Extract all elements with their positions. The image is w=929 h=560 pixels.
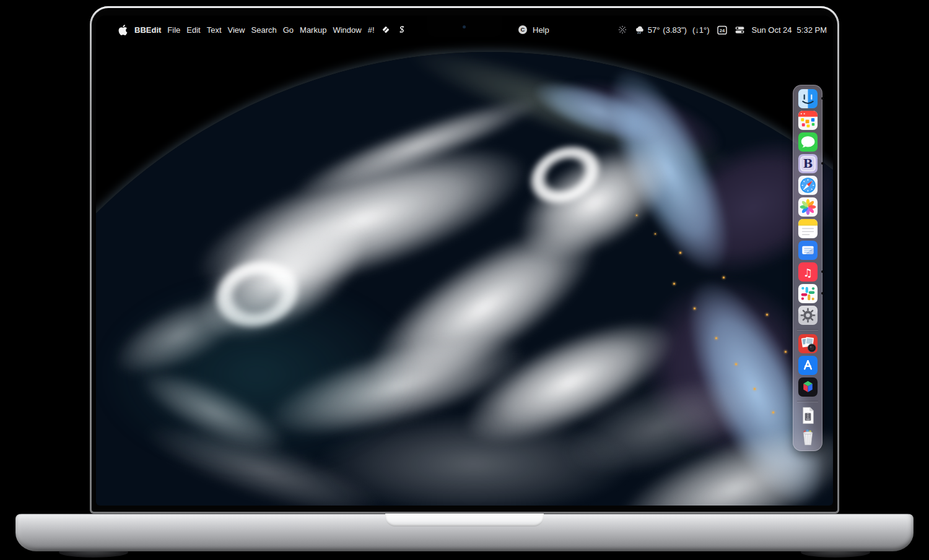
display: BBEdit File Edit Text View Search Go Mar…: [96, 15, 833, 506]
menu-help[interactable]: Help: [530, 23, 552, 37]
lid-thumb-scoop: [385, 514, 544, 527]
notes-icon: [798, 218, 818, 239]
control-center-icon: [735, 25, 745, 35]
dock-item-document[interactable]: [798, 405, 818, 426]
clock[interactable]: Sun Oct 24 5:32 PM: [752, 25, 827, 35]
dock-separator: [797, 329, 818, 330]
running-indicator: [821, 270, 824, 273]
dock-item-slack[interactable]: [798, 283, 818, 304]
running-indicator: [821, 292, 824, 295]
weather-temperature: 57°: [648, 25, 660, 35]
app-store-icon: [798, 355, 818, 376]
app-menu-bbedit[interactable]: BBEdit: [131, 23, 164, 37]
menu-circle-c[interactable]: C: [515, 23, 531, 37]
system-settings-icon: [798, 305, 818, 325]
clock-time: 5:32 PM: [797, 25, 827, 35]
bbedit-icon: B: [798, 153, 818, 174]
photos-icon: [798, 197, 818, 217]
weather-status[interactable]: 57° (3.83") (↓1°): [634, 25, 710, 35]
dock-item-safari[interactable]: [798, 175, 818, 196]
menu-bar: BBEdit File Edit Text View Search Go Mar…: [96, 20, 833, 39]
menu-text[interactable]: Text: [204, 23, 225, 37]
dock-item-photos[interactable]: [798, 197, 818, 217]
svg-text:C: C: [521, 26, 525, 33]
dock-item-bbedit[interactable]: B: [798, 153, 818, 174]
laptop-lid: BBEdit File Edit Text View Search Go Mar…: [90, 6, 839, 514]
safari-icon: [798, 175, 818, 196]
menu-scripts[interactable]: [394, 23, 409, 37]
menu-search[interactable]: Search: [248, 23, 280, 37]
menu-window[interactable]: Window: [329, 23, 364, 37]
dock-separator: [797, 401, 818, 402]
finder-icon: [798, 88, 818, 109]
dock-item-system-settings[interactable]: [798, 305, 818, 325]
menu-clippings[interactable]: [378, 23, 394, 37]
menu-markup[interactable]: Markup: [297, 23, 329, 37]
document-file-icon: [798, 405, 818, 426]
menu-go[interactable]: Go: [280, 23, 297, 37]
desktop-wallpaper: [96, 15, 833, 506]
dock-item-trash[interactable]: [798, 427, 818, 447]
menu-bar-status-area: 57° (3.83") (↓1°) 24: [617, 20, 827, 39]
dock: B: [793, 85, 822, 451]
apple-logo-icon: [118, 25, 128, 35]
dock-item-cube-app[interactable]: [798, 377, 818, 397]
cube-app-icon: [798, 377, 818, 397]
menu-shebang[interactable]: #!: [365, 23, 378, 37]
applescript-icon: [397, 25, 406, 35]
running-indicator: [821, 162, 824, 165]
weather-temp-change: (↓1°): [692, 25, 710, 35]
rain-cloud-icon: [634, 25, 645, 35]
clock-date: Sun Oct 24: [752, 25, 792, 35]
dock-item-photo-camera-app[interactable]: [798, 334, 818, 354]
calendar-icon: 24: [717, 25, 728, 35]
messages-icon: [798, 132, 818, 152]
dock-item-music[interactable]: ♫: [798, 262, 818, 282]
svg-text:B: B: [803, 157, 813, 170]
dock-item-calendar-app[interactable]: [798, 110, 818, 131]
weather-precipitation: (3.83"): [663, 25, 687, 35]
menu-file[interactable]: File: [164, 23, 183, 37]
apple-menu[interactable]: [115, 23, 131, 37]
clippings-diamond-icon: [381, 25, 391, 35]
circle-c-menu-icon: C: [518, 25, 528, 35]
dock-item-notes[interactable]: [798, 218, 818, 239]
running-indicator: [821, 97, 824, 100]
svg-text:♫: ♫: [803, 267, 813, 279]
slack-icon: [798, 283, 818, 304]
svg-text:24: 24: [719, 27, 725, 33]
dock-item-app-store[interactable]: [798, 355, 818, 376]
dock-item-messages[interactable]: [798, 132, 818, 152]
dock-item-mail[interactable]: [798, 240, 818, 261]
dotted-circle-status[interactable]: [617, 25, 627, 35]
menu-view[interactable]: View: [225, 23, 248, 37]
screen-bezel: BBEdit File Edit Text View Search Go Mar…: [92, 8, 837, 512]
mail-icon: [798, 240, 818, 261]
trash-full-icon: [798, 427, 818, 447]
dotted-circle-icon: [617, 25, 627, 35]
calendar-app-icon: [798, 110, 818, 131]
menu-edit[interactable]: Edit: [183, 23, 203, 37]
photo-camera-app-icon: [798, 334, 818, 354]
dock-item-finder[interactable]: [798, 88, 818, 109]
control-center-status[interactable]: [735, 25, 745, 35]
music-icon: ♫: [798, 262, 818, 282]
calendar-status[interactable]: 24: [717, 25, 728, 35]
